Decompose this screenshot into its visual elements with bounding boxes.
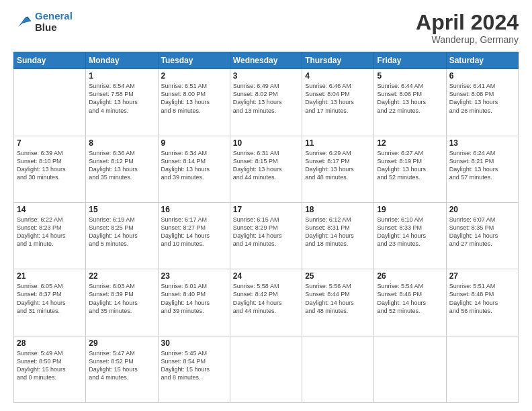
table-row: 21Sunrise: 6:05 AMSunset: 8:37 PMDayligh… [14,269,86,336]
logo: General Blue [13,11,73,33]
col-saturday: Saturday [446,52,518,69]
day-info: Sunrise: 5:56 AMSunset: 8:44 PMDaylight:… [305,282,371,315]
table-row: 13Sunrise: 6:24 AMSunset: 8:21 PMDayligh… [446,136,518,202]
day-info: Sunrise: 6:15 AMSunset: 8:29 PMDaylight:… [233,216,299,248]
logo-text: General Blue [35,11,73,33]
calendar-week-row: 28Sunrise: 5:49 AMSunset: 8:50 PMDayligh… [14,336,519,402]
day-info: Sunrise: 6:24 AMSunset: 8:21 PMDaylight:… [449,149,515,182]
day-number: 17 [233,205,299,214]
day-info: Sunrise: 6:39 AMSunset: 8:10 PMDaylight:… [17,149,83,182]
day-number: 5 [377,71,443,81]
table-row: 10Sunrise: 6:31 AMSunset: 8:15 PMDayligh… [230,136,302,202]
day-info: Sunrise: 6:12 AMSunset: 8:31 PMDaylight:… [305,216,371,248]
day-info: Sunrise: 6:07 AMSunset: 8:35 PMDaylight:… [449,216,515,248]
table-row: 22Sunrise: 6:03 AMSunset: 8:39 PMDayligh… [86,269,158,336]
day-number: 10 [233,138,299,148]
title-block: April 2024 Wanderup, Germany [416,11,519,45]
calendar-week-row: 21Sunrise: 6:05 AMSunset: 8:37 PMDayligh… [14,269,519,336]
day-number: 14 [17,205,83,214]
col-sunday: Sunday [14,52,86,69]
day-info: Sunrise: 6:03 AMSunset: 8:39 PMDaylight:… [89,282,154,315]
day-number: 24 [233,271,299,281]
logo-icon [13,13,32,32]
day-number: 4 [305,71,371,81]
day-number: 18 [305,205,371,214]
table-row: 15Sunrise: 6:19 AMSunset: 8:25 PMDayligh… [86,202,158,269]
day-number: 29 [89,338,154,348]
table-row: 27Sunrise: 5:51 AMSunset: 8:48 PMDayligh… [446,269,518,336]
day-info: Sunrise: 6:27 AMSunset: 8:19 PMDaylight:… [377,149,443,182]
day-number: 6 [449,71,515,81]
table-row: 8Sunrise: 6:36 AMSunset: 8:12 PMDaylight… [86,136,158,202]
table-row: 7Sunrise: 6:39 AMSunset: 8:10 PMDaylight… [14,136,86,202]
day-number: 25 [305,271,371,281]
calendar-header-row: Sunday Monday Tuesday Wednesday Thursday… [14,52,519,69]
day-number: 8 [89,138,154,148]
table-row: 25Sunrise: 5:56 AMSunset: 8:44 PMDayligh… [302,269,374,336]
day-number: 26 [377,271,443,281]
col-thursday: Thursday [302,52,374,69]
table-row: 9Sunrise: 6:34 AMSunset: 8:14 PMDaylight… [158,136,230,202]
table-row: 24Sunrise: 5:58 AMSunset: 8:42 PMDayligh… [230,269,302,336]
day-info: Sunrise: 5:45 AMSunset: 8:54 PMDaylight:… [161,349,227,382]
day-info: Sunrise: 6:22 AMSunset: 8:23 PMDaylight:… [17,216,83,248]
col-friday: Friday [374,52,446,69]
col-tuesday: Tuesday [158,52,230,69]
day-number: 22 [89,271,154,281]
table-row [14,69,86,136]
table-row: 26Sunrise: 5:54 AMSunset: 8:46 PMDayligh… [374,269,446,336]
day-number: 27 [449,271,515,281]
table-row: 6Sunrise: 6:41 AMSunset: 8:08 PMDaylight… [446,69,518,136]
day-info: Sunrise: 6:31 AMSunset: 8:15 PMDaylight:… [233,149,299,182]
table-row: 16Sunrise: 6:17 AMSunset: 8:27 PMDayligh… [158,202,230,269]
month-title: April 2024 [416,11,519,34]
day-info: Sunrise: 6:34 AMSunset: 8:14 PMDaylight:… [161,149,227,182]
table-row [230,336,302,402]
table-row: 19Sunrise: 6:10 AMSunset: 8:33 PMDayligh… [374,202,446,269]
day-number: 3 [233,71,299,81]
day-info: Sunrise: 6:49 AMSunset: 8:02 PMDaylight:… [233,82,299,115]
calendar-week-row: 7Sunrise: 6:39 AMSunset: 8:10 PMDaylight… [14,136,519,202]
day-info: Sunrise: 6:05 AMSunset: 8:37 PMDaylight:… [17,282,83,315]
day-number: 16 [161,205,227,214]
table-row: 3Sunrise: 6:49 AMSunset: 8:02 PMDaylight… [230,69,302,136]
day-info: Sunrise: 6:41 AMSunset: 8:08 PMDaylight:… [449,82,515,115]
calendar-week-row: 1Sunrise: 6:54 AMSunset: 7:58 PMDaylight… [14,69,519,136]
calendar-week-row: 14Sunrise: 6:22 AMSunset: 8:23 PMDayligh… [14,202,519,269]
day-info: Sunrise: 5:47 AMSunset: 8:52 PMDaylight:… [89,349,154,382]
day-info: Sunrise: 6:29 AMSunset: 8:17 PMDaylight:… [305,149,371,182]
day-number: 1 [89,71,154,81]
day-number: 20 [449,205,515,214]
day-number: 21 [17,271,83,281]
day-info: Sunrise: 5:51 AMSunset: 8:48 PMDaylight:… [449,282,515,315]
day-info: Sunrise: 6:44 AMSunset: 8:06 PMDaylight:… [377,82,443,115]
day-number: 11 [305,138,371,148]
col-monday: Monday [86,52,158,69]
table-row [374,336,446,402]
table-row: 5Sunrise: 6:44 AMSunset: 8:06 PMDaylight… [374,69,446,136]
day-number: 2 [161,71,227,81]
table-row: 18Sunrise: 6:12 AMSunset: 8:31 PMDayligh… [302,202,374,269]
col-wednesday: Wednesday [230,52,302,69]
table-row: 1Sunrise: 6:54 AMSunset: 7:58 PMDaylight… [86,69,158,136]
day-number: 9 [161,138,227,148]
day-info: Sunrise: 6:51 AMSunset: 8:00 PMDaylight:… [161,82,227,115]
table-row: 2Sunrise: 6:51 AMSunset: 8:00 PMDaylight… [158,69,230,136]
day-number: 30 [161,338,227,348]
day-info: Sunrise: 6:46 AMSunset: 8:04 PMDaylight:… [305,82,371,115]
day-number: 19 [377,205,443,214]
table-row: 4Sunrise: 6:46 AMSunset: 8:04 PMDaylight… [302,69,374,136]
location: Wanderup, Germany [416,34,519,45]
table-row: 17Sunrise: 6:15 AMSunset: 8:29 PMDayligh… [230,202,302,269]
day-info: Sunrise: 5:49 AMSunset: 8:50 PMDaylight:… [17,349,83,382]
table-row: 28Sunrise: 5:49 AMSunset: 8:50 PMDayligh… [14,336,86,402]
day-number: 15 [89,205,154,214]
table-row: 11Sunrise: 6:29 AMSunset: 8:17 PMDayligh… [302,136,374,202]
table-row: 29Sunrise: 5:47 AMSunset: 8:52 PMDayligh… [86,336,158,402]
day-info: Sunrise: 5:54 AMSunset: 8:46 PMDaylight:… [377,282,443,315]
table-row: 14Sunrise: 6:22 AMSunset: 8:23 PMDayligh… [14,202,86,269]
day-info: Sunrise: 6:10 AMSunset: 8:33 PMDaylight:… [377,216,443,248]
day-info: Sunrise: 6:01 AMSunset: 8:40 PMDaylight:… [161,282,227,315]
table-row [302,336,374,402]
day-number: 23 [161,271,227,281]
